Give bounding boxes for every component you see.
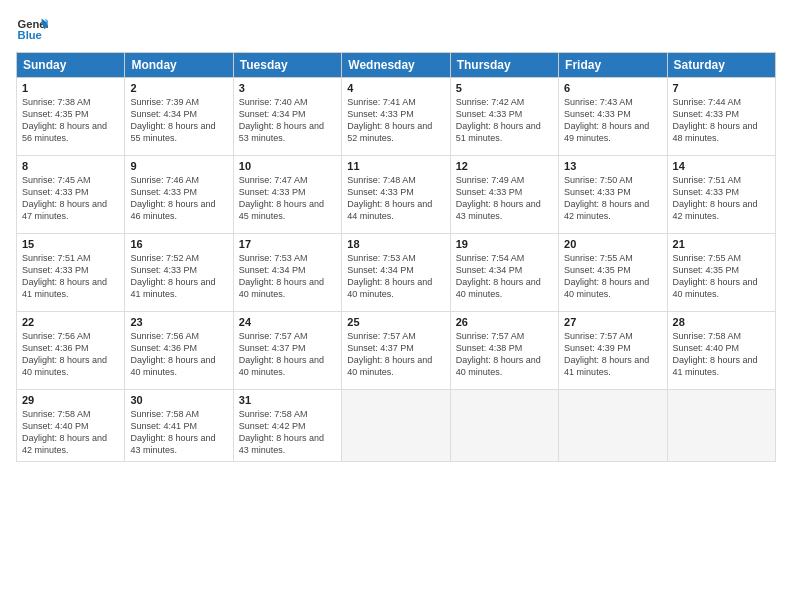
day-cell-28: 28Sunrise: 7:58 AMSunset: 4:40 PMDayligh… [667, 312, 775, 390]
day-cell-6: 6Sunrise: 7:43 AMSunset: 4:33 PMDaylight… [559, 78, 667, 156]
day-number: 11 [347, 160, 444, 172]
day-info: Sunrise: 7:56 AMSunset: 4:36 PMDaylight:… [22, 331, 107, 377]
day-number: 5 [456, 82, 553, 94]
day-number: 13 [564, 160, 661, 172]
day-info: Sunrise: 7:53 AMSunset: 4:34 PMDaylight:… [347, 253, 432, 299]
day-info: Sunrise: 7:44 AMSunset: 4:33 PMDaylight:… [673, 97, 758, 143]
day-number: 12 [456, 160, 553, 172]
day-number: 6 [564, 82, 661, 94]
week-row-4: 22Sunrise: 7:56 AMSunset: 4:36 PMDayligh… [17, 312, 776, 390]
day-cell-24: 24Sunrise: 7:57 AMSunset: 4:37 PMDayligh… [233, 312, 341, 390]
day-info: Sunrise: 7:40 AMSunset: 4:34 PMDaylight:… [239, 97, 324, 143]
day-cell-13: 13Sunrise: 7:50 AMSunset: 4:33 PMDayligh… [559, 156, 667, 234]
day-number: 15 [22, 238, 119, 250]
day-number: 9 [130, 160, 227, 172]
week-row-2: 8Sunrise: 7:45 AMSunset: 4:33 PMDaylight… [17, 156, 776, 234]
day-cell-26: 26Sunrise: 7:57 AMSunset: 4:38 PMDayligh… [450, 312, 558, 390]
day-number: 21 [673, 238, 770, 250]
empty-cell [667, 390, 775, 462]
day-cell-15: 15Sunrise: 7:51 AMSunset: 4:33 PMDayligh… [17, 234, 125, 312]
day-cell-21: 21Sunrise: 7:55 AMSunset: 4:35 PMDayligh… [667, 234, 775, 312]
day-info: Sunrise: 7:41 AMSunset: 4:33 PMDaylight:… [347, 97, 432, 143]
day-number: 31 [239, 394, 336, 406]
day-info: Sunrise: 7:52 AMSunset: 4:33 PMDaylight:… [130, 253, 215, 299]
day-cell-1: 1Sunrise: 7:38 AMSunset: 4:35 PMDaylight… [17, 78, 125, 156]
day-number: 10 [239, 160, 336, 172]
weekday-header-saturday: Saturday [667, 53, 775, 78]
day-info: Sunrise: 7:46 AMSunset: 4:33 PMDaylight:… [130, 175, 215, 221]
day-cell-14: 14Sunrise: 7:51 AMSunset: 4:33 PMDayligh… [667, 156, 775, 234]
day-info: Sunrise: 7:50 AMSunset: 4:33 PMDaylight:… [564, 175, 649, 221]
day-info: Sunrise: 7:58 AMSunset: 4:42 PMDaylight:… [239, 409, 324, 455]
weekday-header-sunday: Sunday [17, 53, 125, 78]
day-info: Sunrise: 7:49 AMSunset: 4:33 PMDaylight:… [456, 175, 541, 221]
day-info: Sunrise: 7:38 AMSunset: 4:35 PMDaylight:… [22, 97, 107, 143]
day-number: 1 [22, 82, 119, 94]
day-info: Sunrise: 7:51 AMSunset: 4:33 PMDaylight:… [673, 175, 758, 221]
day-info: Sunrise: 7:57 AMSunset: 4:38 PMDaylight:… [456, 331, 541, 377]
day-cell-9: 9Sunrise: 7:46 AMSunset: 4:33 PMDaylight… [125, 156, 233, 234]
day-number: 16 [130, 238, 227, 250]
calendar: SundayMondayTuesdayWednesdayThursdayFrid… [16, 52, 776, 462]
day-number: 30 [130, 394, 227, 406]
day-info: Sunrise: 7:55 AMSunset: 4:35 PMDaylight:… [673, 253, 758, 299]
day-number: 24 [239, 316, 336, 328]
day-number: 25 [347, 316, 444, 328]
day-info: Sunrise: 7:42 AMSunset: 4:33 PMDaylight:… [456, 97, 541, 143]
day-number: 7 [673, 82, 770, 94]
day-info: Sunrise: 7:45 AMSunset: 4:33 PMDaylight:… [22, 175, 107, 221]
day-info: Sunrise: 7:43 AMSunset: 4:33 PMDaylight:… [564, 97, 649, 143]
day-number: 17 [239, 238, 336, 250]
day-number: 20 [564, 238, 661, 250]
day-cell-18: 18Sunrise: 7:53 AMSunset: 4:34 PMDayligh… [342, 234, 450, 312]
day-cell-27: 27Sunrise: 7:57 AMSunset: 4:39 PMDayligh… [559, 312, 667, 390]
day-cell-19: 19Sunrise: 7:54 AMSunset: 4:34 PMDayligh… [450, 234, 558, 312]
day-info: Sunrise: 7:39 AMSunset: 4:34 PMDaylight:… [130, 97, 215, 143]
day-number: 22 [22, 316, 119, 328]
day-info: Sunrise: 7:48 AMSunset: 4:33 PMDaylight:… [347, 175, 432, 221]
day-number: 3 [239, 82, 336, 94]
day-info: Sunrise: 7:53 AMSunset: 4:34 PMDaylight:… [239, 253, 324, 299]
day-info: Sunrise: 7:56 AMSunset: 4:36 PMDaylight:… [130, 331, 215, 377]
header: General Blue [16, 12, 776, 44]
day-number: 8 [22, 160, 119, 172]
svg-text:Blue: Blue [18, 29, 42, 41]
page: General Blue SundayMondayTuesdayWednesda… [0, 0, 792, 612]
empty-cell [342, 390, 450, 462]
empty-cell [450, 390, 558, 462]
day-cell-16: 16Sunrise: 7:52 AMSunset: 4:33 PMDayligh… [125, 234, 233, 312]
day-cell-17: 17Sunrise: 7:53 AMSunset: 4:34 PMDayligh… [233, 234, 341, 312]
day-number: 14 [673, 160, 770, 172]
day-info: Sunrise: 7:47 AMSunset: 4:33 PMDaylight:… [239, 175, 324, 221]
logo-icon: General Blue [16, 12, 48, 44]
day-info: Sunrise: 7:57 AMSunset: 4:37 PMDaylight:… [239, 331, 324, 377]
weekday-header-friday: Friday [559, 53, 667, 78]
day-info: Sunrise: 7:54 AMSunset: 4:34 PMDaylight:… [456, 253, 541, 299]
day-number: 26 [456, 316, 553, 328]
day-cell-23: 23Sunrise: 7:56 AMSunset: 4:36 PMDayligh… [125, 312, 233, 390]
day-info: Sunrise: 7:55 AMSunset: 4:35 PMDaylight:… [564, 253, 649, 299]
day-number: 29 [22, 394, 119, 406]
day-cell-2: 2Sunrise: 7:39 AMSunset: 4:34 PMDaylight… [125, 78, 233, 156]
day-cell-5: 5Sunrise: 7:42 AMSunset: 4:33 PMDaylight… [450, 78, 558, 156]
day-cell-20: 20Sunrise: 7:55 AMSunset: 4:35 PMDayligh… [559, 234, 667, 312]
weekday-header-monday: Monday [125, 53, 233, 78]
day-info: Sunrise: 7:58 AMSunset: 4:40 PMDaylight:… [673, 331, 758, 377]
day-cell-4: 4Sunrise: 7:41 AMSunset: 4:33 PMDaylight… [342, 78, 450, 156]
day-cell-25: 25Sunrise: 7:57 AMSunset: 4:37 PMDayligh… [342, 312, 450, 390]
day-cell-7: 7Sunrise: 7:44 AMSunset: 4:33 PMDaylight… [667, 78, 775, 156]
empty-cell [559, 390, 667, 462]
day-number: 27 [564, 316, 661, 328]
week-row-3: 15Sunrise: 7:51 AMSunset: 4:33 PMDayligh… [17, 234, 776, 312]
day-cell-30: 30Sunrise: 7:58 AMSunset: 4:41 PMDayligh… [125, 390, 233, 462]
day-cell-11: 11Sunrise: 7:48 AMSunset: 4:33 PMDayligh… [342, 156, 450, 234]
weekday-header-thursday: Thursday [450, 53, 558, 78]
day-number: 28 [673, 316, 770, 328]
calendar-header-row: SundayMondayTuesdayWednesdayThursdayFrid… [17, 53, 776, 78]
day-number: 19 [456, 238, 553, 250]
day-number: 4 [347, 82, 444, 94]
day-cell-29: 29Sunrise: 7:58 AMSunset: 4:40 PMDayligh… [17, 390, 125, 462]
day-cell-31: 31Sunrise: 7:58 AMSunset: 4:42 PMDayligh… [233, 390, 341, 462]
day-info: Sunrise: 7:58 AMSunset: 4:40 PMDaylight:… [22, 409, 107, 455]
day-info: Sunrise: 7:57 AMSunset: 4:37 PMDaylight:… [347, 331, 432, 377]
